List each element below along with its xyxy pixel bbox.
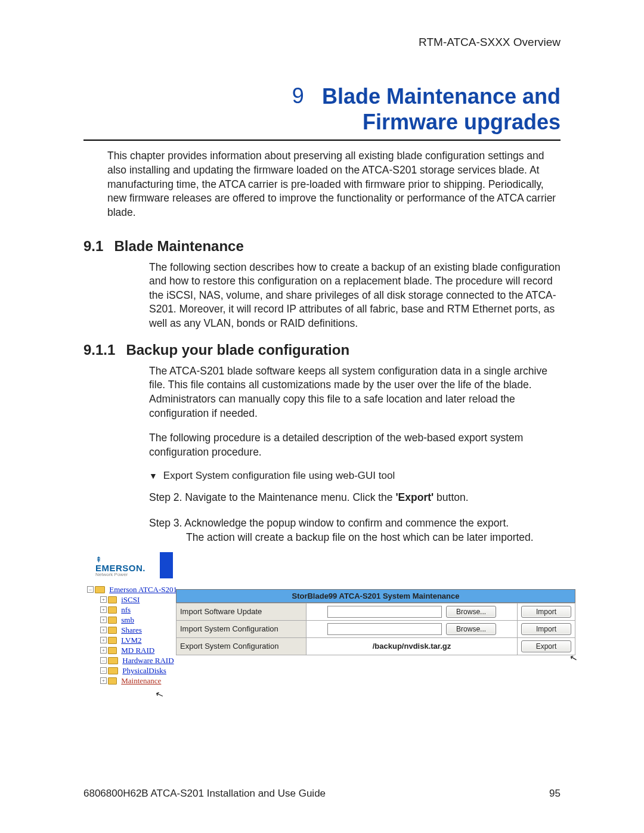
expand-icon[interactable]: +	[100, 637, 107, 643]
import-button[interactable]: Import	[521, 606, 571, 618]
folder-icon	[108, 637, 117, 644]
tree-item-lvm2[interactable]: + LVM2	[87, 635, 177, 645]
chapter-intro: This chapter provides information about …	[107, 149, 561, 219]
collapse-icon[interactable]: –	[100, 657, 107, 664]
folder-open-icon	[95, 586, 105, 593]
tree-link[interactable]: nfs	[121, 605, 131, 615]
row-label: Import Software Update	[177, 603, 306, 620]
chapter-title-line2: Firmware upgrades	[322, 109, 561, 135]
procedure-title: Export System configuration file using w…	[163, 470, 395, 482]
folder-icon	[108, 596, 117, 603]
tree-item-maintenance[interactable]: + Maintenance	[87, 676, 177, 686]
navigation-tree: – Emerson ATCA-S201 + iSCSI + nfs + smb …	[87, 584, 177, 686]
table-row: Import Software Update Browse... Import	[177, 603, 575, 620]
page-footer: 6806800H62B ATCA-S201 Installation and U…	[83, 788, 561, 800]
section-9-1-1-heading: 9.1.1 Backup your blade configuration	[83, 342, 561, 358]
file-path-input[interactable]	[327, 623, 442, 635]
folder-open-icon	[108, 657, 118, 664]
logo-subtext: Network Power	[95, 572, 145, 577]
emerson-logo: ⇞ EMERSON. Network Power	[95, 556, 145, 577]
tree-item-shares[interactable]: + Shares	[87, 625, 177, 635]
row-label: Import System Configuration	[177, 620, 306, 637]
title-rule	[83, 140, 561, 141]
header-accent-block	[160, 552, 173, 578]
cursor-icon: ↖	[568, 651, 578, 664]
collapse-icon[interactable]: –	[100, 667, 107, 674]
running-header: RTM-ATCA-SXXX Overview	[419, 36, 561, 49]
step-text: The action will create a backup file on …	[149, 530, 561, 545]
step-bold: 'Export'	[395, 491, 434, 503]
chapter-title-line1: Blade Maintenance and	[322, 83, 561, 109]
tree-root-link[interactable]: Emerson ATCA-S201	[109, 584, 177, 594]
chapter-heading: 9 Blade Maintenance and Firmware upgrade…	[83, 83, 561, 135]
tree-item-physdisks[interactable]: – PhysicalDisks	[87, 665, 177, 676]
expand-icon[interactable]: +	[100, 596, 107, 603]
cursor-icon: ↖	[154, 688, 165, 700]
folder-open-icon	[108, 667, 118, 674]
maintenance-table: Import Software Update Browse... Import …	[176, 603, 575, 655]
export-button[interactable]: Export	[521, 640, 571, 652]
tree-root[interactable]: – Emerson ATCA-S201	[87, 584, 177, 594]
chapter-number: 9	[292, 83, 304, 109]
panel-title: StorBlade99 ATCA-S201 System Maintenance	[176, 589, 575, 603]
step-text: Step 2. Navigate to the Maintenance menu…	[149, 491, 395, 503]
expand-icon[interactable]: +	[100, 647, 107, 654]
browse-button[interactable]: Browse...	[446, 606, 496, 618]
tree-link[interactable]: Shares	[121, 625, 142, 635]
collapse-icon[interactable]: –	[87, 586, 94, 593]
page-number: 95	[549, 788, 561, 800]
table-row: Import System Configuration Browse... Im…	[177, 620, 575, 637]
file-path-input[interactable]	[327, 606, 442, 618]
logo-brand: EMERSON.	[95, 563, 145, 572]
footer-left: 6806800H62B ATCA-S201 Installation and U…	[83, 788, 326, 800]
tree-link[interactable]: Hardware RAID	[122, 655, 174, 665]
expand-icon[interactable]: +	[100, 677, 107, 684]
tree-item-hwraid[interactable]: – Hardware RAID	[87, 655, 177, 665]
step-text: button.	[434, 491, 468, 503]
section-title: Blade Maintenance	[114, 238, 243, 255]
folder-icon	[108, 677, 117, 685]
browse-button[interactable]: Browse...	[446, 623, 496, 635]
tree-link[interactable]: MD RAID	[121, 645, 154, 655]
tree-item-mdraid[interactable]: + MD RAID	[87, 645, 177, 655]
import-button[interactable]: Import	[521, 623, 571, 635]
expand-icon[interactable]: +	[100, 606, 107, 613]
section-title: Backup your blade configuration	[126, 342, 349, 358]
procedure-heading: ▼ Export System configuration file using…	[149, 470, 561, 482]
section-9-1-1-p1: The ATCA-S201 blade software keeps all s…	[149, 364, 561, 421]
table-row: Export System Configuration /backup/nvdi…	[177, 637, 575, 655]
section-9-1-body: The following section describes how to c…	[149, 261, 561, 331]
tree-link-active[interactable]: Maintenance	[121, 676, 161, 686]
section-9-1-heading: 9.1 Blade Maintenance	[83, 238, 561, 255]
section-9-1-1-p2: The following procedure is a detailed de…	[149, 431, 561, 459]
folder-icon	[108, 617, 117, 624]
disclosure-triangle-icon: ▼	[149, 471, 157, 481]
maintenance-panel: StorBlade99 ATCA-S201 System Maintenance…	[176, 589, 575, 655]
tree-link[interactable]: iSCSI	[121, 594, 140, 605]
folder-icon	[108, 606, 117, 614]
export-path-value: /backup/nvdisk.tar.gz	[373, 642, 451, 651]
tree-item-smb[interactable]: + smb	[87, 615, 177, 625]
expand-icon[interactable]: +	[100, 617, 107, 623]
section-number: 9.1	[83, 238, 103, 255]
procedure-step-2: Step 2. Navigate to the Maintenance menu…	[149, 490, 561, 505]
logo-mark-icon: ⇞	[95, 556, 145, 563]
tree-item-iscsi[interactable]: + iSCSI	[87, 594, 177, 605]
expand-icon[interactable]: +	[100, 627, 107, 633]
embedded-gui-screenshot: ⇞ EMERSON. Network Power – Emerson ATCA-…	[83, 556, 561, 675]
tree-link[interactable]: smb	[121, 615, 134, 625]
tree-link[interactable]: LVM2	[121, 635, 141, 645]
procedure-step-3: Step 3. Acknowledge the popup window to …	[149, 516, 561, 545]
step-text: Step 3. Acknowledge the popup window to …	[149, 516, 561, 531]
row-label: Export System Configuration	[177, 637, 306, 655]
tree-item-nfs[interactable]: + nfs	[87, 605, 177, 615]
folder-icon	[108, 627, 117, 634]
section-number: 9.1.1	[83, 342, 115, 358]
tree-link[interactable]: PhysicalDisks	[122, 665, 166, 676]
folder-icon	[108, 647, 117, 654]
